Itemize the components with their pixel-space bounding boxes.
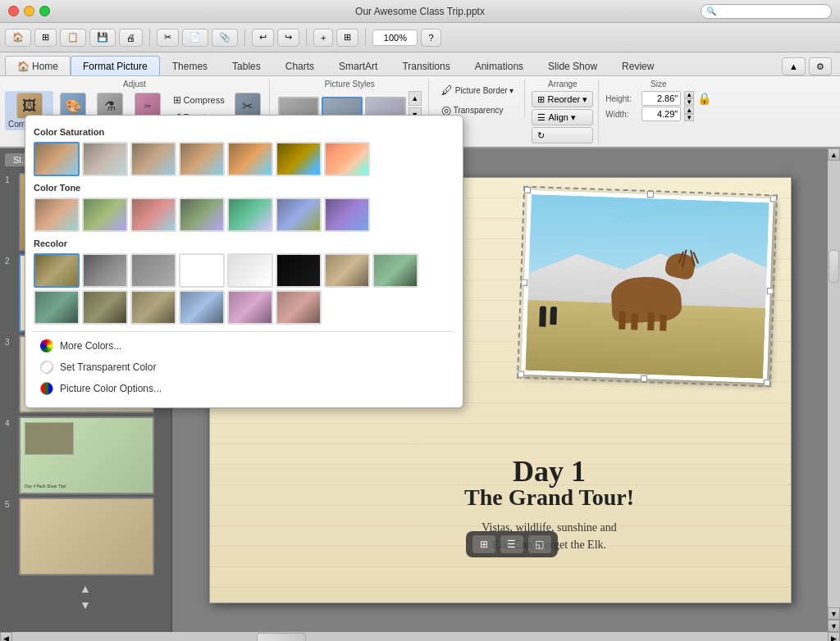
handle-bm[interactable] <box>640 375 646 382</box>
color-options-item[interactable]: Picture Color Options... <box>34 378 454 399</box>
toolbar-btn-table[interactable]: ⊞ <box>336 29 358 47</box>
float-btn-3[interactable]: ◱ <box>528 535 551 553</box>
toolbar-btn-undo[interactable]: ↩ <box>252 29 274 47</box>
tone-thumb-7[interactable] <box>324 198 370 232</box>
rc-thumb-5[interactable] <box>227 253 273 288</box>
handle-br[interactable] <box>763 380 769 386</box>
rc-thumb-14[interactable] <box>276 290 322 325</box>
photo-frame-2[interactable] <box>521 190 774 383</box>
height-up[interactable]: ▲ <box>684 91 694 98</box>
rc-thumb-6[interactable] <box>276 253 322 288</box>
tab-home[interactable]: 🏠 Home <box>5 56 71 75</box>
align-btn[interactable]: ☰ Align ▾ <box>532 109 593 125</box>
slide-thumb-4[interactable]: Day 4 Pack Show Trip! <box>19 416 154 494</box>
rc-thumb-12[interactable] <box>179 290 225 325</box>
scroll-up-btn[interactable]: ▲ <box>828 148 840 161</box>
rc-thumb-13[interactable] <box>227 290 273 325</box>
toolbar-btn-print[interactable]: 🖨 <box>119 29 143 47</box>
handle-tr[interactable] <box>769 195 776 202</box>
width-input[interactable] <box>641 107 681 121</box>
gallery-prev[interactable]: ▲ <box>409 91 422 106</box>
tab-tables[interactable]: Tables <box>220 56 273 75</box>
tone-thumb-2[interactable] <box>82 198 128 232</box>
handle-bl[interactable] <box>518 371 524 378</box>
slide-item-5[interactable]: 5 <box>5 498 166 575</box>
float-btn-2[interactable]: ☰ <box>500 535 523 553</box>
width-up[interactable]: ▲ <box>684 107 694 114</box>
tone-thumb-4[interactable] <box>179 198 225 232</box>
width-down[interactable]: ▼ <box>684 114 694 121</box>
sat-thumb-7[interactable] <box>324 142 370 176</box>
rc-thumb-8[interactable] <box>372 253 418 288</box>
height-input[interactable] <box>641 91 681 106</box>
toolbar-btn-insert[interactable]: + <box>313 29 333 47</box>
tab-transitions[interactable]: Transitions <box>390 56 462 75</box>
toolbar-btn-redo[interactable]: ↪ <box>277 29 299 47</box>
scroll-down-btn2[interactable]: ▼ <box>828 620 840 632</box>
sat-thumb-4[interactable] <box>179 142 225 176</box>
rc-thumb-9[interactable] <box>34 290 80 325</box>
slide-thumb-5[interactable] <box>19 498 154 575</box>
bottom-scroll-thumb[interactable] <box>257 633 306 641</box>
tone-thumb-5[interactable] <box>227 198 273 232</box>
close-button[interactable] <box>8 6 19 16</box>
toolbar-btn-cut[interactable]: ✂ <box>157 29 179 47</box>
handle-ml[interactable] <box>520 279 527 285</box>
rc-thumb-7[interactable] <box>324 253 370 288</box>
toolbar-btn-paste[interactable]: 📎 <box>212 29 238 47</box>
picture-border-btn[interactable]: 🖊 Picture Border ▾ <box>437 82 518 98</box>
handle-tm[interactable] <box>646 191 653 198</box>
toolbar-btn-3[interactable]: 📋 <box>60 29 86 47</box>
sat-thumb-1[interactable] <box>34 142 80 176</box>
rc-thumb-11[interactable] <box>130 290 176 325</box>
rc-thumb-1[interactable] <box>34 253 80 288</box>
tone-thumb-6[interactable] <box>276 198 322 232</box>
scroll-thumb[interactable] <box>829 250 839 283</box>
help-button[interactable]: ? <box>421 29 441 47</box>
tab-slideshow[interactable]: Slide Show <box>536 56 609 75</box>
handle-tl[interactable] <box>523 187 530 193</box>
tab-review[interactable]: Review <box>609 56 666 75</box>
sat-thumb-2[interactable] <box>82 142 128 176</box>
rc-thumb-3[interactable] <box>130 253 176 288</box>
sat-thumb-3[interactable] <box>130 142 176 176</box>
toolbar-btn-save[interactable]: 💾 <box>89 29 116 47</box>
window-controls[interactable] <box>8 6 50 16</box>
rc-thumb-4[interactable] <box>179 253 225 288</box>
scroll-left-btn[interactable]: ◀ <box>0 632 12 641</box>
tab-charts[interactable]: Charts <box>273 56 326 75</box>
rc-thumb-10[interactable] <box>82 290 128 325</box>
reorder-btn[interactable]: ⊞ Reorder ▾ <box>532 91 593 107</box>
panel-scroll-down[interactable]: ▼ <box>80 598 91 611</box>
tab-animations[interactable]: Animations <box>463 56 536 75</box>
tab-format-picture[interactable]: Format Picture <box>71 56 160 75</box>
compress-btn[interactable]: ⊞ Compress <box>169 93 229 107</box>
tab-smartart[interactable]: SmartArt <box>326 56 390 75</box>
sat-thumb-5[interactable] <box>227 142 273 176</box>
scroll-right-btn[interactable]: ▶ <box>828 632 840 641</box>
rotate-btn[interactable]: ↻ <box>532 127 593 143</box>
zoom-value[interactable]: 100% <box>372 30 418 46</box>
tone-thumb-1[interactable] <box>34 198 80 232</box>
handle-mr[interactable] <box>766 288 773 294</box>
height-down[interactable]: ▼ <box>684 98 694 106</box>
transparent-color-item[interactable]: Set Transparent Color <box>34 357 454 378</box>
scroll-track[interactable] <box>828 161 840 607</box>
more-colors-item[interactable]: More Colors... <box>34 335 454 357</box>
tab-themes[interactable]: Themes <box>160 56 220 75</box>
scroll-down-btn[interactable]: ▼ <box>828 607 840 620</box>
toolbar-btn-copy[interactable]: 📄 <box>182 29 208 47</box>
ribbon-options-btn[interactable]: ⚙ <box>809 57 832 75</box>
slide-item-4[interactable]: 4 Day 4 Pack Show Trip! <box>5 416 166 494</box>
search-box[interactable]: 🔍 <box>701 4 832 19</box>
bottom-scroll-track[interactable] <box>12 632 828 641</box>
rc-thumb-2[interactable] <box>82 253 128 288</box>
toolbar-btn-1[interactable]: 🏠 <box>5 29 31 47</box>
panel-scroll-up[interactable]: ▲ <box>80 582 91 595</box>
minimize-button[interactable] <box>24 6 34 16</box>
sat-thumb-6[interactable] <box>276 142 322 176</box>
lock-icon[interactable]: 🔒 <box>697 92 711 105</box>
float-btn-1[interactable]: ⊞ <box>472 535 495 553</box>
maximize-button[interactable] <box>39 6 50 16</box>
tone-thumb-3[interactable] <box>130 198 176 232</box>
